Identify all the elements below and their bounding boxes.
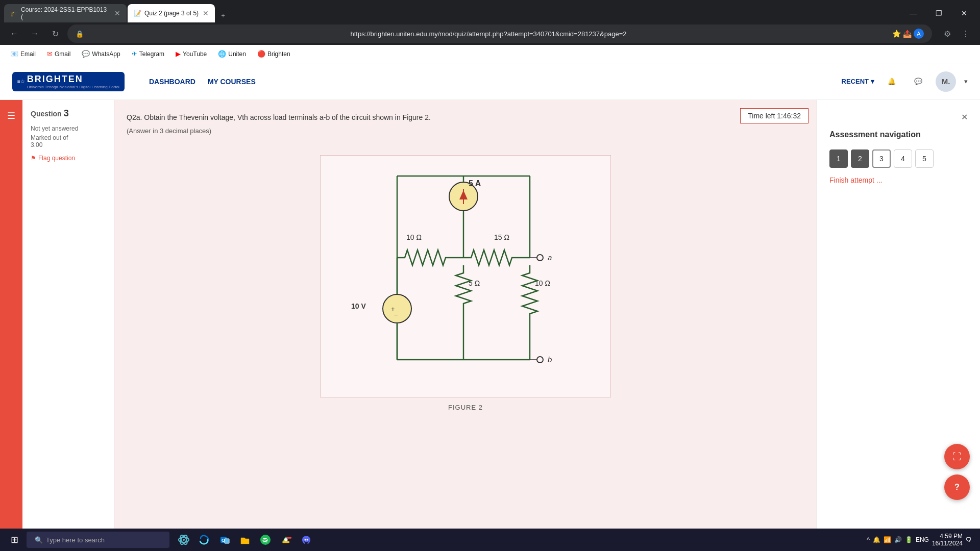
site-logo: ≡☆ BRIGHTEN Universiti Tenaga Nasional's… [12, 72, 129, 91]
taskbar-time[interactable]: 4:59 PM 16/11/2024 [932, 533, 963, 547]
question-sidebar: Question 3 Not yet answered Marked out o… [22, 100, 114, 529]
extensions-icon[interactable]: ⚙ [939, 26, 955, 42]
taskbar: ⊞ 🔍 Type here to search O ^ 🔔 📶 🔊 🔋 ENG … [0, 529, 980, 551]
minimize-button[interactable]: — [901, 5, 925, 21]
bookmark-telegram-label: Telegram [139, 51, 164, 58]
nav-dashboard[interactable]: DASHBOARD [149, 76, 195, 88]
nav-cell-1[interactable]: 1 [829, 149, 848, 168]
bookmark-whatsapp-label: WhatsApp [92, 51, 120, 58]
svg-rect-36 [225, 539, 229, 543]
taskbar-spotify[interactable] [256, 531, 275, 549]
tray-battery[interactable]: 🔋 [905, 536, 913, 543]
taskbar-files[interactable] [236, 531, 254, 549]
close-button[interactable]: ✕ [952, 5, 976, 21]
brand-sub: Universiti Tenaga Nasional's Digital Lea… [27, 85, 119, 89]
taskbar-explorer[interactable] [175, 531, 193, 549]
profile-icon[interactable]: A [914, 29, 924, 39]
bell-icon: 🔔 [888, 78, 896, 85]
tab-course[interactable]: 🎓 Course: 2024-2SS1-EPPB1013 ( ✕ [4, 4, 127, 22]
bookmark-gmail[interactable]: ✉ Gmail [43, 49, 75, 59]
share-icon[interactable]: 📤 [903, 30, 912, 38]
date-display: 16/11/2024 [932, 540, 963, 547]
nav-cell-2[interactable]: 2 [851, 149, 869, 168]
taskbar-search[interactable]: 🔍 Type here to search [27, 532, 169, 548]
timer-box: Time left 1:46:32 [740, 108, 808, 123]
tray-volume[interactable]: 🔊 [894, 536, 902, 543]
nav-cell-5[interactable]: 5 [915, 149, 934, 168]
nav-cell-3[interactable]: 3 [872, 149, 891, 168]
taskbar-discord[interactable] [297, 531, 315, 549]
assessment-nav-grid: 1 2 3 4 5 [829, 149, 968, 168]
refresh-button[interactable]: ↻ [47, 26, 63, 42]
taskbar-tray: ^ 🔔 📶 🔊 🔋 ENG 4:59 PM 16/11/2024 🗨 [867, 533, 976, 547]
circuit-container: 5 A [127, 145, 804, 421]
tab-favicon-course: 🎓 [10, 10, 18, 17]
nav-cell-4[interactable]: 4 [894, 149, 912, 168]
svg-text:5 A: 5 A [469, 179, 481, 188]
marks-label: Marked out of [31, 134, 68, 141]
address-bar[interactable]: 🔒 https://brighten.uniten.edu.my/mod/qui… [67, 24, 932, 43]
panel-close-button[interactable]: ✕ [961, 112, 968, 122]
header-right: RECENT ▾ 🔔 💬 M. ▾ [842, 71, 968, 92]
hamburger-button[interactable]: ☰ [3, 106, 19, 126]
svg-text:15 Ω: 15 Ω [494, 233, 509, 241]
browser-navbar: ← → ↻ 🔒 https://brighten.uniten.edu.my/m… [0, 22, 980, 45]
tray-notifications[interactable]: 🔔 [873, 536, 880, 543]
answer-hint: (Answer in 3 decimal places) [127, 127, 804, 135]
notification-center-icon[interactable]: 🗨 [966, 536, 972, 543]
search-placeholder: Type here to search [46, 536, 105, 544]
maximize-button[interactable]: ❐ [927, 5, 950, 21]
avatar[interactable]: M. [936, 71, 956, 92]
recent-button[interactable]: RECENT ▾ [842, 78, 874, 85]
tray-icon-1[interactable]: ^ [867, 536, 870, 543]
site-header: ≡☆ BRIGHTEN Universiti Tenaga Nasional's… [0, 63, 980, 100]
notifications-button[interactable]: 🔔 [883, 72, 901, 91]
svg-text:10 Ω: 10 Ω [406, 233, 422, 241]
nav-my-courses[interactable]: MY COURSES [208, 76, 256, 88]
expand-fab-button[interactable]: ⛶ [944, 444, 970, 469]
taskbar-edge[interactable] [195, 531, 213, 549]
chat-icon: 💬 [914, 78, 922, 85]
tab-favicon-quiz: 📝 [134, 10, 141, 17]
nav-cell-4-label: 4 [901, 155, 905, 163]
svg-point-33 [183, 539, 185, 541]
new-tab-button[interactable]: + [216, 8, 230, 22]
nav-cell-3-label: 3 [879, 155, 884, 163]
forward-button[interactable]: → [27, 26, 43, 42]
bookmark-brighten[interactable]: 🔴 Brighten [253, 49, 295, 59]
tab-close-quiz[interactable]: ✕ [203, 9, 209, 17]
youtube-favicon: ▶ [176, 50, 181, 58]
messages-button[interactable]: 💬 [909, 72, 927, 91]
bookmark-email[interactable]: 📧 Email [6, 49, 40, 59]
finish-attempt-link[interactable]: Finish attempt ... [829, 176, 882, 184]
bookmark-telegram[interactable]: ✈ Telegram [128, 49, 168, 59]
avatar-dropdown-icon[interactable]: ▾ [964, 78, 968, 85]
timer-label: Time left [748, 112, 775, 120]
svg-text:a: a [548, 253, 552, 262]
site-nav: DASHBOARD MY COURSES [149, 76, 842, 88]
tab-quiz[interactable]: 📝 Quiz 2 (page 3 of 5) ✕ [128, 4, 215, 22]
help-icon: ? [954, 483, 960, 492]
taskbar-outlook[interactable]: O [215, 531, 234, 549]
tab-title-course: Course: 2024-2SS1-EPPB1013 ( [21, 6, 110, 20]
taskbar-chrome[interactable] [277, 531, 295, 549]
help-fab-button[interactable]: ? [944, 474, 970, 500]
bookmark-uniten[interactable]: 🌐 Uniten [214, 49, 250, 59]
tray-lang: ENG [916, 536, 929, 543]
tray-network[interactable]: 📶 [884, 536, 891, 543]
bookmark-email-label: Email [20, 51, 36, 58]
menu-icon[interactable]: ⋮ [958, 26, 974, 42]
nav-cell-5-label: 5 [922, 155, 926, 163]
tab-close-course[interactable]: ✕ [114, 9, 120, 17]
telegram-favicon: ✈ [132, 50, 137, 58]
fab-container: ⛶ ? [944, 444, 970, 500]
bookmark-youtube[interactable]: ▶ YouTube [172, 49, 211, 59]
bookmark-whatsapp[interactable]: 💬 WhatsApp [78, 49, 124, 59]
flag-question-button[interactable]: ⚑ Flag question [31, 155, 106, 162]
back-button[interactable]: ← [6, 26, 22, 42]
figure-label: FIGURE 2 [448, 404, 483, 411]
start-button[interactable]: ⊞ [4, 531, 24, 549]
bookmarks-bar: 📧 Email ✉ Gmail 💬 WhatsApp ✈ Telegram ▶ … [0, 45, 980, 63]
circuit-diagram: 5 A [320, 155, 611, 397]
bookmark-star-icon[interactable]: ⭐ [892, 30, 901, 38]
